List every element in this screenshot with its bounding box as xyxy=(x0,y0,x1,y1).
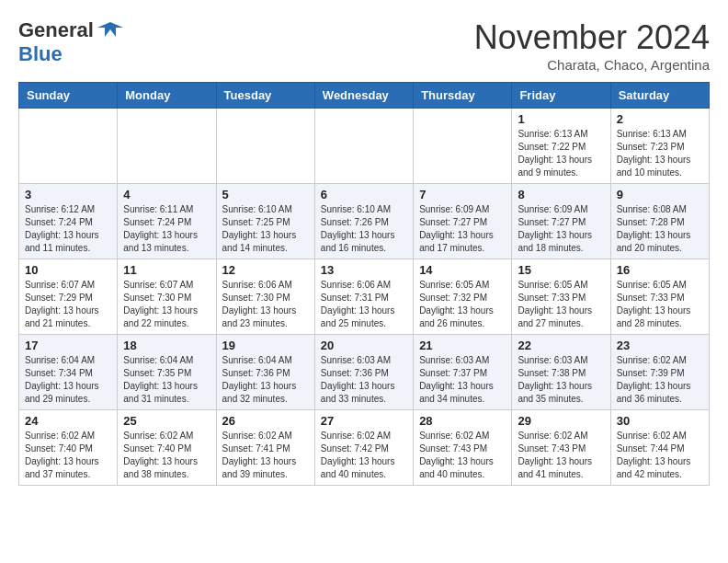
day-info: Sunrise: 6:02 AM Sunset: 7:41 PM Dayligh… xyxy=(222,430,309,481)
calendar-cell: 29Sunrise: 6:02 AM Sunset: 7:43 PM Dayli… xyxy=(512,410,610,486)
calendar-cell: 4Sunrise: 6:11 AM Sunset: 7:24 PM Daylig… xyxy=(118,184,216,259)
day-info: Sunrise: 6:03 AM Sunset: 7:36 PM Dayligh… xyxy=(321,354,407,406)
day-info: Sunrise: 6:02 AM Sunset: 7:40 PM Dayligh… xyxy=(123,430,210,481)
month-title: November 2024 xyxy=(474,18,710,57)
calendar-cell xyxy=(414,109,512,184)
day-info: Sunrise: 6:02 AM Sunset: 7:40 PM Dayligh… xyxy=(25,430,111,481)
calendar-cell xyxy=(118,109,216,184)
calendar-cell: 27Sunrise: 6:02 AM Sunset: 7:42 PM Dayli… xyxy=(314,410,413,486)
day-info: Sunrise: 6:07 AM Sunset: 7:29 PM Dayligh… xyxy=(25,279,111,330)
calendar-cell: 15Sunrise: 6:05 AM Sunset: 7:33 PM Dayli… xyxy=(512,259,610,335)
day-info: Sunrise: 6:09 AM Sunset: 7:27 PM Dayligh… xyxy=(518,203,604,255)
day-info: Sunrise: 6:02 AM Sunset: 7:43 PM Dayligh… xyxy=(518,430,604,481)
day-info: Sunrise: 6:10 AM Sunset: 7:26 PM Dayligh… xyxy=(321,203,407,255)
calendar-cell xyxy=(216,109,314,184)
day-info: Sunrise: 6:04 AM Sunset: 7:36 PM Dayligh… xyxy=(222,354,309,406)
calendar-cell: 17Sunrise: 6:04 AM Sunset: 7:34 PM Dayli… xyxy=(19,335,118,410)
day-number: 15 xyxy=(518,263,604,277)
calendar-cell: 11Sunrise: 6:07 AM Sunset: 7:30 PM Dayli… xyxy=(118,259,216,335)
calendar-cell: 30Sunrise: 6:02 AM Sunset: 7:44 PM Dayli… xyxy=(610,410,709,486)
calendar-cell: 24Sunrise: 6:02 AM Sunset: 7:40 PM Dayli… xyxy=(19,410,118,486)
day-info: Sunrise: 6:05 AM Sunset: 7:33 PM Dayligh… xyxy=(518,279,604,330)
calendar-cell: 20Sunrise: 6:03 AM Sunset: 7:36 PM Dayli… xyxy=(314,335,413,410)
day-info: Sunrise: 6:05 AM Sunset: 7:33 PM Dayligh… xyxy=(617,279,703,330)
logo-bird-icon xyxy=(97,20,123,40)
calendar-cell: 1Sunrise: 6:13 AM Sunset: 7:22 PM Daylig… xyxy=(512,109,610,184)
calendar-cell: 18Sunrise: 6:04 AM Sunset: 7:35 PM Dayli… xyxy=(118,335,216,410)
calendar-cell xyxy=(19,109,118,184)
location-text: Charata, Chaco, Argentina xyxy=(474,57,710,73)
calendar-cell: 13Sunrise: 6:06 AM Sunset: 7:31 PM Dayli… xyxy=(314,259,413,335)
logo-general-text: General xyxy=(18,18,94,42)
day-number: 6 xyxy=(321,188,407,201)
day-number: 7 xyxy=(419,188,506,201)
title-block: November 2024 Charata, Chaco, Argentina xyxy=(474,18,710,73)
calendar-cell: 19Sunrise: 6:04 AM Sunset: 7:36 PM Dayli… xyxy=(216,335,314,410)
day-number: 18 xyxy=(123,339,210,352)
calendar-header-row: SundayMondayTuesdayWednesdayThursdayFrid… xyxy=(19,83,710,109)
calendar-cell: 3Sunrise: 6:12 AM Sunset: 7:24 PM Daylig… xyxy=(19,184,118,259)
calendar-cell: 8Sunrise: 6:09 AM Sunset: 7:27 PM Daylig… xyxy=(512,184,610,259)
day-number: 13 xyxy=(321,263,407,277)
day-number: 27 xyxy=(321,414,407,428)
calendar-week-row: 17Sunrise: 6:04 AM Sunset: 7:34 PM Dayli… xyxy=(19,335,710,410)
calendar-week-row: 10Sunrise: 6:07 AM Sunset: 7:29 PM Dayli… xyxy=(19,259,710,335)
calendar-week-row: 3Sunrise: 6:12 AM Sunset: 7:24 PM Daylig… xyxy=(19,184,710,259)
day-info: Sunrise: 6:07 AM Sunset: 7:30 PM Dayligh… xyxy=(123,279,210,330)
day-info: Sunrise: 6:06 AM Sunset: 7:31 PM Dayligh… xyxy=(321,279,407,330)
day-number: 4 xyxy=(123,188,210,201)
calendar-cell: 5Sunrise: 6:10 AM Sunset: 7:25 PM Daylig… xyxy=(216,184,314,259)
calendar-cell xyxy=(314,109,413,184)
day-number: 17 xyxy=(25,339,111,352)
calendar-cell: 25Sunrise: 6:02 AM Sunset: 7:40 PM Dayli… xyxy=(118,410,216,486)
weekday-header: Wednesday xyxy=(314,83,413,109)
day-number: 26 xyxy=(222,414,309,428)
day-info: Sunrise: 6:11 AM Sunset: 7:24 PM Dayligh… xyxy=(123,203,210,255)
logo-blue-text: Blue xyxy=(18,42,63,65)
day-number: 8 xyxy=(518,188,604,201)
weekday-header: Thursday xyxy=(414,83,512,109)
day-number: 5 xyxy=(222,188,309,201)
weekday-header: Friday xyxy=(512,83,610,109)
day-number: 19 xyxy=(222,339,309,352)
calendar-week-row: 24Sunrise: 6:02 AM Sunset: 7:40 PM Dayli… xyxy=(19,410,710,486)
weekday-header: Saturday xyxy=(610,83,709,109)
day-info: Sunrise: 6:02 AM Sunset: 7:43 PM Dayligh… xyxy=(419,430,506,481)
day-number: 20 xyxy=(321,339,407,352)
day-number: 12 xyxy=(222,263,309,277)
day-info: Sunrise: 6:13 AM Sunset: 7:22 PM Dayligh… xyxy=(518,128,604,179)
day-number: 10 xyxy=(25,263,111,277)
day-info: Sunrise: 6:02 AM Sunset: 7:39 PM Dayligh… xyxy=(617,354,703,406)
day-info: Sunrise: 6:10 AM Sunset: 7:25 PM Dayligh… xyxy=(222,203,309,255)
day-number: 2 xyxy=(617,112,703,126)
day-info: Sunrise: 6:06 AM Sunset: 7:30 PM Dayligh… xyxy=(222,279,309,330)
calendar-cell: 10Sunrise: 6:07 AM Sunset: 7:29 PM Dayli… xyxy=(19,259,118,335)
day-number: 1 xyxy=(518,112,604,126)
calendar-cell: 12Sunrise: 6:06 AM Sunset: 7:30 PM Dayli… xyxy=(216,259,314,335)
day-number: 22 xyxy=(518,339,604,352)
day-number: 24 xyxy=(25,414,111,428)
day-number: 30 xyxy=(617,414,703,428)
day-info: Sunrise: 6:04 AM Sunset: 7:35 PM Dayligh… xyxy=(123,354,210,406)
weekday-header: Sunday xyxy=(19,83,118,109)
day-info: Sunrise: 6:03 AM Sunset: 7:37 PM Dayligh… xyxy=(419,354,506,406)
day-info: Sunrise: 6:03 AM Sunset: 7:38 PM Dayligh… xyxy=(518,354,604,406)
day-number: 28 xyxy=(419,414,506,428)
calendar-cell: 2Sunrise: 6:13 AM Sunset: 7:23 PM Daylig… xyxy=(610,109,709,184)
page-header: General Blue November 2024 Charata, Chac… xyxy=(18,18,710,73)
calendar-cell: 26Sunrise: 6:02 AM Sunset: 7:41 PM Dayli… xyxy=(216,410,314,486)
day-info: Sunrise: 6:04 AM Sunset: 7:34 PM Dayligh… xyxy=(25,354,111,406)
calendar-cell: 23Sunrise: 6:02 AM Sunset: 7:39 PM Dayli… xyxy=(610,335,709,410)
day-info: Sunrise: 6:09 AM Sunset: 7:27 PM Dayligh… xyxy=(419,203,506,255)
day-number: 16 xyxy=(617,263,703,277)
day-number: 21 xyxy=(419,339,506,352)
day-number: 14 xyxy=(419,263,506,277)
calendar-table: SundayMondayTuesdayWednesdayThursdayFrid… xyxy=(18,82,710,486)
calendar-cell: 28Sunrise: 6:02 AM Sunset: 7:43 PM Dayli… xyxy=(414,410,512,486)
day-number: 11 xyxy=(123,263,210,277)
svg-marker-0 xyxy=(97,22,123,37)
calendar-cell: 16Sunrise: 6:05 AM Sunset: 7:33 PM Dayli… xyxy=(610,259,709,335)
calendar-cell: 9Sunrise: 6:08 AM Sunset: 7:28 PM Daylig… xyxy=(610,184,709,259)
day-info: Sunrise: 6:02 AM Sunset: 7:44 PM Dayligh… xyxy=(617,430,703,481)
weekday-header: Monday xyxy=(118,83,216,109)
